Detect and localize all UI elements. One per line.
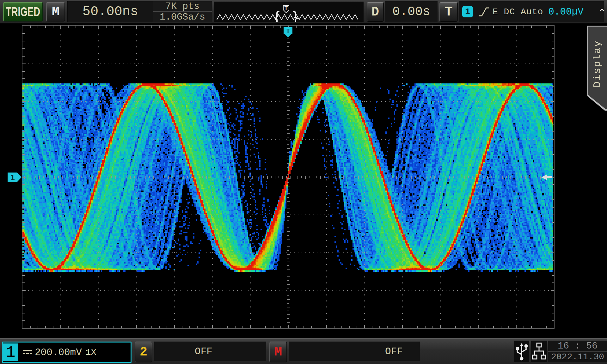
svg-text:T: T bbox=[285, 5, 288, 11]
svg-text:Display: Display bbox=[592, 41, 603, 88]
svg-text:{: { bbox=[274, 8, 280, 22]
svg-text:}: } bbox=[293, 8, 298, 22]
